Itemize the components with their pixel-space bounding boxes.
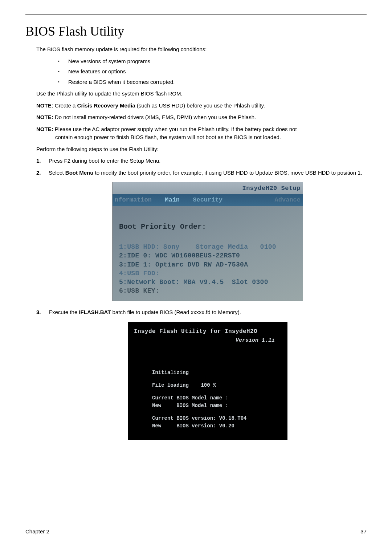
boot-entry: 2:IDE 0: WDC WD1600BEUS-22RST0 <box>119 251 296 260</box>
figure-flash-utility: Insyde Flash Utility for InsydeH2O Versi… <box>49 322 367 440</box>
bios-brand: InsydeH20 Setup <box>113 182 303 194</box>
flash-line: New BIOS Model name : <box>152 402 281 409</box>
perform-line: Perform the following steps to use the F… <box>36 145 367 154</box>
menu-main: Main <box>165 196 180 203</box>
page-title: BIOS Flash Utility <box>25 24 367 39</box>
footer-page-number: 37 <box>360 528 367 534</box>
flash-version: Version 1.1i <box>134 337 281 345</box>
list-item: Restore a BIOS when it becomes corrupted… <box>58 78 367 86</box>
use-line: Use the Phlash utility to update the sys… <box>36 90 367 98</box>
step-1: Press F2 during boot to enter the Setup … <box>36 157 367 165</box>
flash-line: File loading 100 % <box>152 382 281 389</box>
step-3: Execute the IFLASH.BAT batch file to upd… <box>36 308 367 440</box>
boot-entry: 1:USB HDD: Sony Storage Media 0100 <box>119 243 296 251</box>
boot-entry: 5:Network Boot: MBA v9.4.5 Slot 0300 <box>119 278 296 286</box>
flash-line: Initializing <box>152 369 281 376</box>
steps-list: Press F2 during boot to enter the Setup … <box>36 157 367 440</box>
boot-entry: 4:USB FDD: <box>119 269 296 278</box>
body-content: The BIOS flash memory update is required… <box>36 45 367 440</box>
flash-line: Current BIOS version: V0.18.T04 <box>152 415 281 422</box>
page-footer: Chapter 2 37 <box>25 526 367 534</box>
boot-entry: 6:USB KEY: <box>119 286 296 295</box>
list-item: New versions of system programs <box>58 57 367 66</box>
bios-menubar: nformation Main Security Advance <box>113 194 303 207</box>
intro-text: The BIOS flash memory update is required… <box>36 45 367 54</box>
boot-entry: 3:IDE 1: Optiarc DVD RW AD-7530A <box>119 260 296 269</box>
flash-line: Current BIOS Model name : <box>152 395 281 402</box>
note-2: NOTE: Do not install memory-related driv… <box>36 113 367 122</box>
note-1: NOTE: Create a Crisis Recovery Media (su… <box>36 102 367 110</box>
note-3: NOTE: Please use the AC adaptor power su… <box>36 125 367 142</box>
menu-information: nformation <box>115 196 152 203</box>
top-rule <box>25 15 367 15</box>
figure-bios-setup: InsydeH20 Setup nformation Main Security… <box>49 182 367 303</box>
flash-utility-screenshot: Insyde Flash Utility for InsydeH2O Versi… <box>128 322 287 440</box>
menu-security: Security <box>193 196 222 203</box>
flash-title: Insyde Flash Utility for InsydeH2O <box>134 327 281 336</box>
conditions-list: New versions of system programs New feat… <box>58 57 367 86</box>
step-2: Select Boot Menu to modify the boot prio… <box>36 169 367 304</box>
footer-chapter: Chapter 2 <box>25 528 49 534</box>
list-item: New features or options <box>58 68 367 76</box>
bios-setup-screenshot: InsydeH20 Setup nformation Main Security… <box>112 182 303 301</box>
boot-priority-heading: Boot Priority Order: <box>119 221 296 232</box>
flash-line: New BIOS version: V0.20 <box>152 423 281 430</box>
menu-advanced: Advance <box>275 195 301 205</box>
